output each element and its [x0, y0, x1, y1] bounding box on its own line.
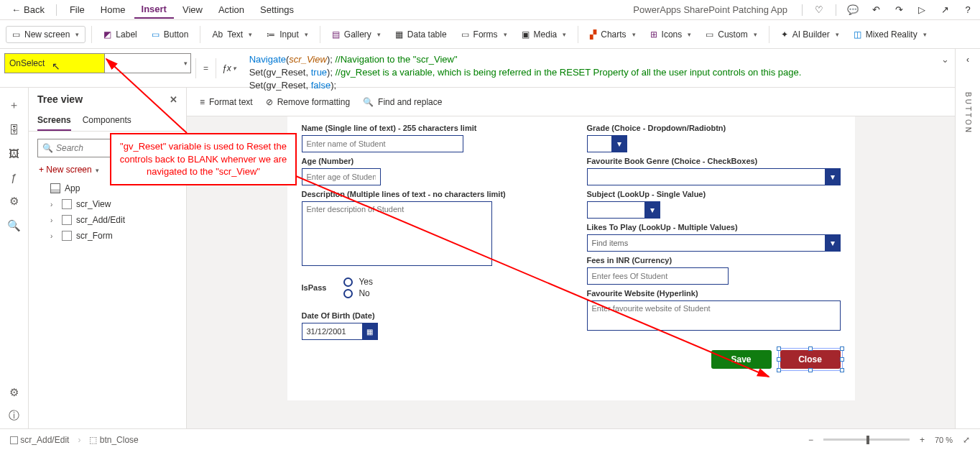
screen-icon [10, 436, 18, 444]
ribbon-charts[interactable]: ▞Charts▾ [584, 27, 641, 42]
media-icon[interactable]: 🖼 [9, 147, 19, 160]
chevron-right-icon: › [50, 216, 57, 224]
ribbon-aibuilder[interactable]: ✦AI Builder▾ [775, 27, 845, 42]
ribbon-new-screen[interactable]: ▭ New screen ▾ [6, 26, 85, 43]
right-rail-collapse-icon[interactable]: ‹ [966, 55, 969, 65]
tree-header: Tree view ✕ [29, 88, 186, 111]
ribbon-media-lbl: Media [534, 29, 558, 40]
separator [200, 26, 200, 43]
website-input[interactable] [587, 300, 841, 331]
zoom-slider[interactable] [823, 438, 910, 441]
separator [56, 4, 57, 16]
menu-view[interactable]: View [175, 1, 210, 18]
age-input[interactable] [302, 168, 381, 185]
properties-tab[interactable]: BUTTON [964, 92, 972, 428]
fit-screen-icon[interactable]: ⤢ [963, 435, 970, 445]
ribbon-icons[interactable]: ⊞Icons▾ [644, 27, 698, 42]
ribbon-custom-lbl: Custom [718, 29, 747, 40]
redo-icon[interactable]: ↷ [892, 4, 905, 17]
menu-home[interactable]: Home [93, 1, 133, 18]
ribbon-media[interactable]: ▣Media▾ [516, 27, 573, 42]
grade-select[interactable]: ▾ [587, 135, 841, 152]
remove-format-btn[interactable]: ⊘Remove formatting [266, 97, 350, 107]
menu-insert[interactable]: Insert [134, 1, 174, 19]
ribbon-charts-lbl: Charts [601, 29, 626, 40]
expand-formula-icon[interactable]: ⌄ [941, 53, 949, 66]
save-button[interactable]: Save [711, 350, 772, 369]
close-icon[interactable]: ✕ [170, 94, 177, 105]
undo-icon[interactable]: ↶ [869, 4, 882, 17]
custom-icon: ▭ [706, 29, 713, 40]
ask-icon[interactable]: ⓘ [9, 409, 19, 423]
menu-file[interactable]: File [63, 1, 92, 18]
screen-icon [62, 199, 72, 209]
property-name: OnSelect [9, 58, 45, 68]
dob-input[interactable]: 31/12/2001 ▦ [302, 323, 378, 340]
likes-select[interactable]: Find items▾ [587, 234, 841, 252]
tab-screens[interactable]: Screens [37, 111, 71, 131]
ribbon-label[interactable]: ◩Label [98, 27, 142, 42]
find-replace-icon: 🔍 [363, 97, 374, 107]
fees-input[interactable] [587, 267, 729, 285]
chevron-down-icon: ▾ [825, 168, 841, 185]
name-input[interactable] [302, 135, 463, 152]
grade-label: Grade (Choice - Dropdown/Radiobtn) [587, 124, 841, 132]
tree-scr-form[interactable]: › scr_Form [29, 228, 186, 244]
formula-editor[interactable]: Navigate(scr_View); //Navigation to the … [242, 49, 955, 87]
fees-label: Fees in INR (Currency) [587, 256, 841, 265]
help-icon[interactable]: ? [961, 4, 974, 17]
ribbon-input-lbl: Input [279, 29, 299, 40]
app-icon [50, 183, 60, 193]
health-icon[interactable]: ♡ [813, 4, 826, 17]
app-canvas[interactable]: Name (Single line of text) - 255 charact… [287, 116, 855, 400]
ribbon-text[interactable]: AbText▾ [206, 27, 258, 42]
chevron-down-icon: ▾ [96, 167, 99, 174]
tree-tabs: Screens Components [29, 111, 186, 132]
settings-icon[interactable]: ⚙ [9, 386, 19, 399]
genre-select[interactable]: ▾ [587, 168, 841, 185]
code-token: ); [327, 54, 336, 65]
ispass-no[interactable]: No [343, 288, 373, 298]
ribbon-mixedreality[interactable]: ◫Mixed Reality▾ [848, 27, 933, 42]
share-icon[interactable]: ↗ [938, 4, 951, 17]
calendar-icon[interactable]: ▦ [362, 323, 378, 340]
breadcrumb-control[interactable]: ⬚ btn_Close [89, 435, 138, 445]
ribbon-custom[interactable]: ▭Custom▾ [700, 27, 762, 42]
back-button[interactable]: ← Back [6, 1, 50, 18]
tab-components[interactable]: Components [83, 111, 131, 131]
data-icon[interactable]: 🗄 [9, 124, 19, 136]
tree-scr-addedit[interactable]: › scr_Add/Edit [29, 212, 186, 228]
insert-icon[interactable]: ＋ [9, 98, 19, 112]
breadcrumb-screen[interactable]: scr_Add/Edit [10, 435, 69, 445]
variables-icon[interactable]: ƒ [11, 171, 17, 183]
subject-select[interactable]: ▾ [587, 201, 660, 219]
play-icon[interactable]: ▷ [915, 4, 928, 17]
advanced-icon[interactable]: ⚙ [9, 195, 19, 208]
menu-settings[interactable]: Settings [253, 1, 301, 18]
ribbon-button-text: Button [164, 29, 189, 40]
ribbon-button[interactable]: ▭Button [146, 27, 195, 42]
zoom-in-icon[interactable]: + [920, 435, 925, 445]
zoom-out-icon[interactable]: − [808, 435, 813, 445]
ribbon-gallery[interactable]: ▤Gallery▾ [326, 27, 387, 42]
property-selector-ext[interactable]: ▾ [105, 53, 191, 73]
dob-value: 31/12/2001 [302, 323, 362, 340]
comment-icon[interactable]: 💬 [846, 4, 859, 17]
ispass-yes[interactable]: Yes [343, 277, 373, 287]
fx-label[interactable]: ƒx ▾ [216, 63, 242, 73]
ribbon-forms-lbl: Forms [473, 29, 498, 40]
search-icon[interactable]: 🔍 [7, 219, 21, 232]
button-icon: ▭ [152, 29, 160, 40]
tree-scr-view[interactable]: › scr_View [29, 196, 186, 212]
tree-panel: Tree view ✕ Screens Components 🔍 + New s… [29, 49, 187, 428]
menu-action[interactable]: Action [211, 1, 251, 18]
ribbon-input[interactable]: ≔Input▾ [261, 27, 314, 42]
chevron-down-icon: ▾ [377, 31, 381, 38]
format-text-btn[interactable]: ≡Format text [200, 97, 253, 107]
breadcrumb-screen-label: scr_Add/Edit [20, 435, 69, 445]
close-button[interactable]: Close [780, 350, 841, 369]
ribbon-forms[interactable]: ▭Forms▾ [456, 27, 513, 42]
ribbon-datatable[interactable]: ▦Data table [389, 27, 453, 42]
find-replace-btn[interactable]: 🔍Find and replace [363, 97, 442, 107]
desc-input[interactable] [302, 201, 492, 266]
